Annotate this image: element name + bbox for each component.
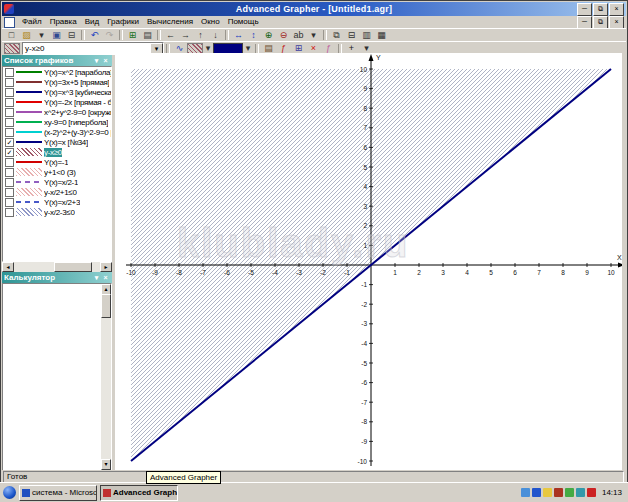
dock-menu-icon[interactable]: ▾: [92, 274, 101, 282]
close-icon[interactable]: ×: [101, 274, 110, 281]
y-tick-label: 9: [363, 85, 367, 92]
move-right-icon[interactable]: →: [178, 30, 193, 41]
graph-list-item[interactable]: Y(x)=x/2-1: [3, 177, 111, 187]
graph-list-item[interactable]: (x-2)^2+(y-3)^2-9=0 [окр: [3, 127, 111, 137]
zoom-out-icon[interactable]: ⊖: [276, 30, 291, 41]
x-tick-label: -9: [152, 269, 158, 276]
scale-y-icon[interactable]: ↕: [246, 30, 261, 41]
tray-icon[interactable]: [576, 488, 585, 497]
graph-list-hscrollbar[interactable]: ◂ ▸: [2, 262, 112, 272]
scale-x-icon[interactable]: ↔: [231, 30, 246, 41]
task-button[interactable]: Advanced Grapher: [100, 485, 178, 501]
tray-icon[interactable]: [554, 488, 563, 497]
tray-icon[interactable]: [587, 488, 596, 497]
graph-list-item[interactable]: y-x/2+1≤0: [3, 187, 111, 197]
visibility-checkbox[interactable]: [5, 198, 14, 207]
plot-area[interactable]: XY-10-9-8-7-6-5-4-3-2-112345678910-10-9-…: [115, 53, 624, 470]
graph-list-item[interactable]: Y(x)=-1: [3, 157, 111, 167]
scroll-left-icon[interactable]: ◂: [2, 262, 14, 272]
print-icon[interactable]: ⊟: [64, 30, 79, 41]
visibility-checkbox[interactable]: ✓: [5, 148, 14, 157]
visibility-checkbox[interactable]: [5, 68, 14, 77]
open-icon[interactable]: ▨: [19, 30, 34, 41]
visibility-checkbox[interactable]: [5, 128, 14, 137]
visibility-checkbox[interactable]: [5, 188, 14, 197]
y-tick-label: -2: [361, 301, 367, 308]
graph-list-item[interactable]: y-x/2-3≤0: [3, 207, 111, 217]
visibility-checkbox[interactable]: [5, 88, 14, 97]
graph-list-item[interactable]: x^2+y^2-9=0 [окружность: [3, 107, 111, 117]
visibility-checkbox[interactable]: [5, 208, 14, 217]
visibility-checkbox[interactable]: [5, 178, 14, 187]
menu-window[interactable]: Окно: [197, 17, 224, 26]
minimize-button[interactable]: ─: [577, 16, 592, 29]
graph-list-item[interactable]: Y(x)=x/2+3: [3, 197, 111, 207]
window-title: Advanced Grapher - [Untitled1.agr]: [2, 4, 626, 14]
visibility-checkbox[interactable]: [5, 98, 14, 107]
start-button[interactable]: [3, 486, 16, 499]
visibility-checkbox[interactable]: [5, 158, 14, 167]
move-left-icon[interactable]: ←: [163, 30, 178, 41]
menu-file[interactable]: Файл: [18, 17, 46, 26]
mdi-child-icon[interactable]: [4, 17, 15, 28]
graph-list-icon[interactable]: ⊞: [125, 30, 140, 41]
calculator-vscrollbar[interactable]: ▴ ▾: [101, 284, 111, 470]
restore-button[interactable]: ⧉: [593, 3, 608, 16]
scroll-right-icon[interactable]: ▸: [100, 262, 112, 272]
save-icon[interactable]: ▣: [49, 30, 64, 41]
visibility-checkbox[interactable]: [5, 118, 14, 127]
task-button[interactable]: система - Microsof...: [19, 485, 97, 501]
menu-graphs[interactable]: Графики: [103, 17, 143, 26]
menu-calculations[interactable]: Вычисления: [143, 17, 197, 26]
x-tick-label: 6: [513, 269, 517, 276]
close-button[interactable]: ×: [609, 3, 624, 16]
visibility-checkbox[interactable]: [5, 168, 14, 177]
new-icon[interactable]: □: [4, 30, 19, 41]
zoom-dropdown-icon[interactable]: ▾: [306, 30, 321, 41]
menu-edit[interactable]: Правка: [46, 17, 81, 26]
tray-icon[interactable]: [532, 488, 541, 497]
graph-list-item[interactable]: Y(x)=x^2 [парабола]: [3, 67, 111, 77]
move-up-icon[interactable]: ↑: [193, 30, 208, 41]
calculator-header[interactable]: Калькулятор ▾ ×: [2, 272, 112, 283]
tray-icon[interactable]: [521, 488, 530, 497]
menu-view[interactable]: Вид: [81, 17, 103, 26]
tray-icon[interactable]: [565, 488, 574, 497]
visibility-checkbox[interactable]: [5, 108, 14, 117]
graph-list-item[interactable]: Y(x)=x^3 [кубическая пар: [3, 87, 111, 97]
graph-list-item[interactable]: ✓Y(x)=x [№34]: [3, 137, 111, 147]
graph-list-item[interactable]: Y(x)=-2x [прямая - биссек: [3, 97, 111, 107]
calculator-panel[interactable]: ▴ ▾: [2, 283, 112, 471]
graph-list-item[interactable]: Y(x)=3x+5 [прямая]: [3, 77, 111, 87]
hscroll-thumb[interactable]: [54, 262, 92, 272]
graph-label: Y(x)=x^3 [кубическая пар: [44, 88, 111, 97]
menu-help[interactable]: Помощь: [224, 17, 263, 26]
tile-horizontal-icon[interactable]: ⊟: [344, 30, 359, 41]
zoom-in-icon[interactable]: ⊕: [261, 30, 276, 41]
graph-list-item[interactable]: y+1<0 (3): [3, 167, 111, 177]
restore-button[interactable]: ⧉: [593, 16, 608, 29]
word-document-icon: [22, 489, 30, 497]
title-bar[interactable]: Advanced Grapher - [Untitled1.agr] ─⧉×: [2, 2, 626, 16]
graph-label: Y(x)=-1: [44, 158, 68, 167]
dock-menu-icon[interactable]: ▾: [92, 57, 101, 65]
vscroll-thumb[interactable]: [101, 294, 111, 318]
cascade-icon[interactable]: ▦: [374, 30, 389, 41]
visibility-checkbox[interactable]: [5, 78, 14, 87]
tray-icon[interactable]: [543, 488, 552, 497]
open-dropdown-icon[interactable]: ▾: [34, 30, 49, 41]
close-icon[interactable]: ×: [101, 57, 110, 64]
tile-vertical-icon[interactable]: ▥: [359, 30, 374, 41]
close-button[interactable]: ×: [609, 16, 624, 29]
new-window-icon[interactable]: ⧉: [329, 30, 344, 41]
legend-icon[interactable]: ▤: [140, 30, 155, 41]
labels-icon[interactable]: ab: [291, 30, 306, 41]
scroll-down-icon[interactable]: ▾: [101, 459, 111, 470]
graph-list-item[interactable]: xy-9=0 [гипербола]: [3, 117, 111, 127]
graph-list-header[interactable]: Список графиков ▾ ×: [2, 55, 112, 66]
visibility-checkbox[interactable]: ✓: [5, 138, 14, 147]
move-down-icon[interactable]: ↓: [208, 30, 223, 41]
undo-icon[interactable]: ↶: [87, 30, 102, 41]
minimize-button[interactable]: ─: [577, 3, 592, 16]
graph-list-item[interactable]: ✓y-x≥0: [3, 147, 111, 157]
